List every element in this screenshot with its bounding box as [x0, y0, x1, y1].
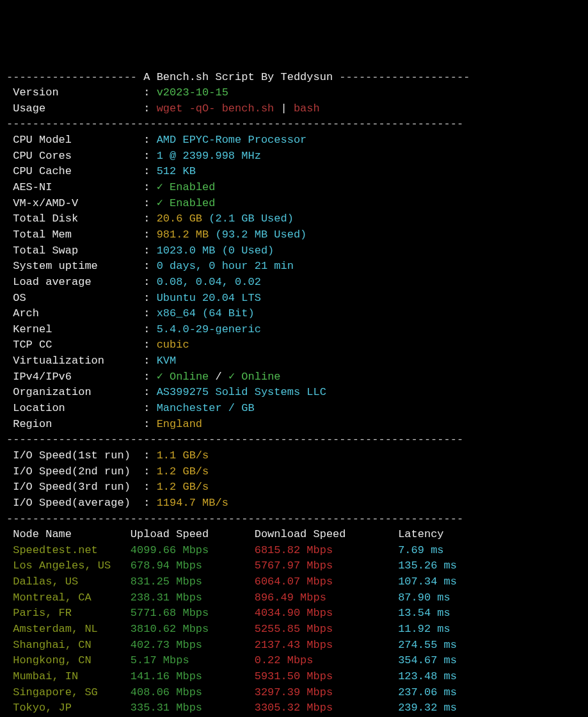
io-r3-label: I/O Speed(3rd run): [13, 481, 137, 493]
node-2: Dallas, US: [13, 576, 131, 588]
colon: :: [137, 481, 157, 493]
uptime-label: System uptime: [13, 260, 143, 272]
org-label: Organization: [13, 386, 143, 398]
io-r2-label: I/O Speed(2nd run): [13, 465, 137, 478]
swap-value: 1023.0 MB (0 Used): [157, 245, 274, 257]
version-value: v2023-10-15: [157, 86, 228, 99]
down-4: 4034.90 Mbps: [255, 607, 398, 619]
mem-label: Total Mem: [13, 229, 143, 241]
os-value: Ubuntu 20.04 LTS: [157, 292, 261, 304]
down-9: 3297.39 Mbps: [255, 686, 398, 698]
region-label: Region: [13, 418, 143, 430]
mem-used: (93.2 MB Used): [215, 229, 306, 241]
up-4: 5771.68 Mbps: [131, 607, 255, 619]
kernel-label: Kernel: [13, 323, 143, 335]
usage-wget: wget -qO- bench.sh: [157, 102, 274, 115]
virt-value: KVM: [157, 355, 177, 367]
up-9: 408.06 Mbps: [131, 686, 255, 698]
terminal-output: -------------------- A Bench.sh Script B…: [6, 70, 582, 717]
cpu_model-label: CPU Model: [13, 134, 143, 146]
loc-value: Manchester / GB: [157, 402, 255, 414]
down-2: 6064.07 Mbps: [255, 576, 398, 588]
down-10: 3305.32 Mbps: [255, 702, 398, 714]
cpu_cache-label: CPU Cache: [13, 165, 143, 177]
lat-5: 11.92 ms: [398, 623, 450, 635]
lat-9: 237.06 ms: [398, 686, 457, 698]
colon: :: [143, 213, 156, 225]
node-7: Hongkong, CN: [13, 654, 131, 666]
uptime-value: 0 days, 0 hour 21 min: [157, 260, 294, 272]
aes_ni-label: AES-NI: [13, 181, 143, 193]
lat-0: 7.69 ms: [398, 544, 443, 556]
load-value: 0.08, 0.04, 0.02: [157, 276, 261, 288]
disk-label: Total Disk: [13, 213, 143, 225]
colon: :: [143, 418, 156, 430]
node-4: Paris, FR: [13, 607, 131, 619]
lat-7: 354.67 ms: [398, 654, 457, 666]
version-label: Version: [13, 86, 143, 99]
colon: :: [143, 339, 156, 351]
lat-8: 123.48 ms: [398, 670, 457, 682]
up-2: 831.25 Mbps: [131, 576, 255, 588]
colon: :: [143, 276, 156, 288]
down-0: 6815.82 Mbps: [255, 544, 398, 556]
loc-label: Location: [13, 402, 143, 414]
node-6: Shanghai, CN: [13, 639, 131, 651]
up-3: 238.31 Mbps: [131, 592, 255, 604]
org-value: AS399275 Solid Systems LLC: [157, 386, 326, 398]
io-r1-value: 1.1 GB/s: [157, 449, 209, 462]
down-3: 896.49 Mbps: [255, 592, 398, 604]
ipv-sep: /: [209, 371, 228, 383]
os-label: OS: [13, 292, 143, 304]
colon: :: [143, 402, 156, 414]
colon: :: [143, 386, 156, 398]
colon: :: [143, 102, 156, 115]
colon: :: [143, 181, 156, 193]
col-lat: Latency: [398, 528, 443, 540]
up-7: 5.17 Mbps: [131, 654, 255, 666]
down-5: 5255.85 Mbps: [255, 623, 398, 635]
usage-bash: bash: [294, 102, 320, 115]
virt-label: Virtualization: [13, 355, 143, 367]
colon: :: [137, 449, 157, 462]
tcpcc-value: cubic: [157, 339, 189, 351]
io-r3-value: 1.2 GB/s: [157, 481, 209, 493]
swap-label: Total Swap: [13, 245, 143, 257]
colon: :: [143, 307, 156, 319]
cpu_cores-label: CPU Cores: [13, 150, 143, 162]
up-1: 678.94 Mbps: [131, 560, 255, 572]
colon: :: [143, 245, 156, 257]
script-title: A Bench.sh Script By Teddysun: [143, 71, 333, 83]
lat-2: 107.34 ms: [398, 576, 457, 588]
arch-label: Arch: [13, 307, 143, 319]
colon: :: [143, 134, 156, 146]
io-avg-value: 1194.7 MB/s: [157, 497, 228, 509]
usage-label: Usage: [13, 102, 143, 115]
divider: --------------------: [6, 71, 143, 83]
col-down: Download Speed: [255, 528, 398, 540]
divider: ----------------------------------------…: [6, 513, 463, 525]
colon: :: [137, 497, 157, 509]
lat-4: 13.54 ms: [398, 607, 450, 619]
colon: :: [143, 355, 156, 367]
colon: :: [143, 229, 156, 241]
cpu_cache-value: 512 KB: [157, 165, 196, 177]
vmx-value: ✓ Enabled: [157, 197, 216, 209]
node-0: Speedtest.net: [13, 544, 131, 556]
down-6: 2137.43 Mbps: [255, 639, 398, 651]
node-3: Montreal, CA: [13, 592, 131, 604]
io-avg-label: I/O Speed(average): [13, 497, 137, 509]
colon: :: [143, 260, 156, 272]
colon: :: [143, 323, 156, 335]
tcpcc-label: TCP CC: [13, 339, 143, 351]
up-5: 3810.62 Mbps: [131, 623, 255, 635]
col-up: Upload Speed: [131, 528, 255, 540]
node-9: Singapore, SG: [13, 686, 131, 698]
divider: ----------------------------------------…: [6, 433, 463, 446]
usage-pipe: |: [281, 102, 287, 115]
up-6: 402.73 Mbps: [131, 639, 255, 651]
node-10: Tokyo, JP: [13, 702, 131, 714]
ipv4-value: ✓ Online: [157, 371, 209, 383]
down-8: 5931.50 Mbps: [255, 670, 398, 682]
up-8: 141.16 Mbps: [131, 670, 255, 682]
